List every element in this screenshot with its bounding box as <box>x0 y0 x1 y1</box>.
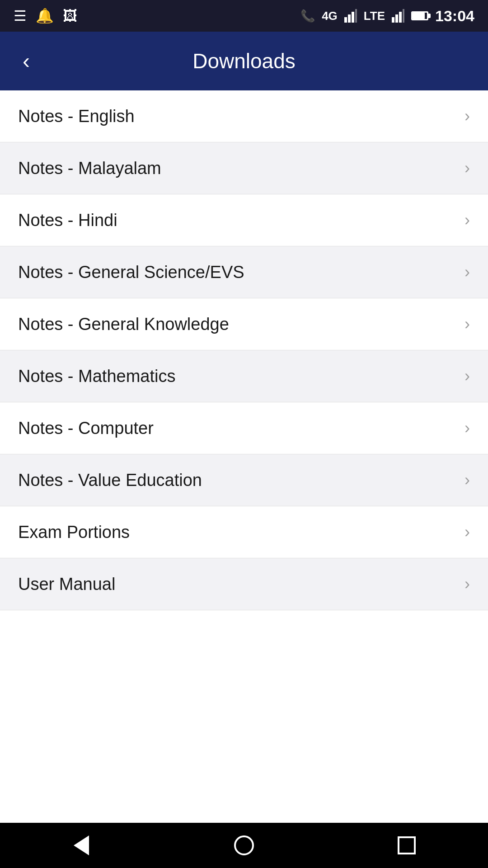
chevron-right-icon: › <box>465 211 470 230</box>
status-time: 13:04 <box>435 7 474 25</box>
chevron-right-icon: › <box>465 471 470 490</box>
header: ‹ Downloads <box>0 32 488 90</box>
list-item-label: Notes - Malayalam <box>18 159 161 178</box>
list-item[interactable]: Notes - General Knowledge› <box>0 298 488 350</box>
recents-nav-button[interactable] <box>389 827 425 863</box>
image-icon: 🖼 <box>63 8 77 24</box>
svg-rect-5 <box>395 14 398 23</box>
list-item[interactable]: Notes - English› <box>0 90 488 142</box>
signal-bars-icon <box>344 9 357 23</box>
list-item-label: User Manual <box>18 575 115 594</box>
page-title: Downloads <box>192 49 296 73</box>
list-item-label: Notes - Hindi <box>18 211 117 230</box>
list-item-label: Notes - General Science/EVS <box>18 263 244 282</box>
svg-rect-3 <box>355 9 357 23</box>
list-item-label: Exam Portions <box>18 523 130 542</box>
back-nav-button[interactable] <box>63 827 99 863</box>
signal-bars-icon-2 <box>392 9 404 23</box>
list-item[interactable]: User Manual› <box>0 558 488 610</box>
svg-rect-4 <box>392 17 394 23</box>
downloads-list: Notes - English›Notes - Malayalam›Notes … <box>0 90 488 610</box>
lte-label: LTE <box>364 9 385 23</box>
chevron-right-icon: › <box>465 107 470 126</box>
chevron-right-icon: › <box>465 367 470 386</box>
home-nav-button[interactable] <box>226 827 262 863</box>
list-item-label: Notes - Value Education <box>18 471 202 490</box>
chevron-right-icon: › <box>465 575 470 594</box>
svg-rect-2 <box>352 12 354 23</box>
chevron-right-icon: › <box>465 523 470 542</box>
chevron-right-icon: › <box>465 315 470 334</box>
list-item-label: Notes - General Knowledge <box>18 315 229 334</box>
chevron-right-icon: › <box>465 159 470 178</box>
list-item[interactable]: Notes - General Science/EVS› <box>0 246 488 298</box>
back-button[interactable]: ‹ <box>18 46 34 76</box>
recents-square-icon <box>398 836 416 854</box>
notification-icon: 🔔 <box>36 7 54 24</box>
list-item[interactable]: Notes - Value Education› <box>0 454 488 506</box>
svg-rect-6 <box>399 12 402 23</box>
svg-rect-7 <box>403 9 404 23</box>
menu-icon: ☰ <box>14 7 27 24</box>
chevron-right-icon: › <box>465 263 470 282</box>
list-item[interactable]: Exam Portions› <box>0 506 488 558</box>
status-bar: ☰ 🔔 🖼 📞 4G LTE 13:04 <box>0 0 488 32</box>
signal-4g-label: 4G <box>322 9 338 23</box>
bottom-navigation <box>0 823 488 868</box>
list-item[interactable]: Notes - Computer› <box>0 402 488 454</box>
call-icon: 📞 <box>300 9 315 23</box>
back-triangle-icon <box>74 835 89 855</box>
list-item-label: Notes - Mathematics <box>18 367 175 386</box>
list-item[interactable]: Notes - Hindi› <box>0 194 488 246</box>
home-circle-icon <box>234 835 254 855</box>
svg-rect-0 <box>344 17 347 23</box>
list-item[interactable]: Notes - Mathematics› <box>0 350 488 402</box>
status-bar-right-icons: 📞 4G LTE 13:04 <box>300 7 474 25</box>
status-bar-left-icons: ☰ 🔔 🖼 <box>14 7 77 24</box>
list-item-label: Notes - Computer <box>18 419 154 438</box>
chevron-right-icon: › <box>465 419 470 438</box>
list-item[interactable]: Notes - Malayalam› <box>0 142 488 194</box>
battery-icon <box>411 11 428 20</box>
list-item-label: Notes - English <box>18 107 135 126</box>
svg-rect-1 <box>348 14 351 23</box>
